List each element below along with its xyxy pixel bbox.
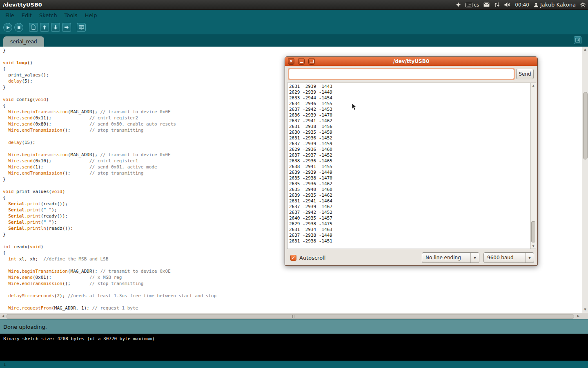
chevron-down-icon[interactable] (525, 253, 534, 263)
line-ending-dropdown[interactable]: No line ending (422, 252, 479, 263)
serial-monitor-controls: Autoscroll No line ending 9600 baud (285, 249, 537, 266)
serial-output-line: 2630 -2935 -1459 (289, 130, 332, 135)
new-sketch-button[interactable] (29, 23, 38, 32)
editor-hscroll-thumb[interactable] (7, 314, 574, 319)
notifications-icon[interactable] (456, 2, 461, 7)
maximize-button[interactable] (308, 58, 315, 65)
code-line: Wire.send(0x01); // x MSB reg (3, 274, 216, 280)
tab-menu-icon (575, 36, 580, 44)
code-line: Wire.send(1); // send 0x01, active mode (3, 164, 216, 170)
keyboard-icon (466, 2, 472, 7)
stop-icon (17, 24, 21, 31)
code-line (3, 90, 216, 96)
mail-icon[interactable] (483, 2, 490, 7)
line-ending-value: No line ending (422, 255, 470, 260)
clock-label: 00:40 (515, 2, 529, 8)
autoscroll-checkbox[interactable] (290, 255, 296, 261)
code-line: } (3, 176, 216, 182)
menu-item-help[interactable]: Help (81, 11, 101, 20)
keyboard-layout-indicator[interactable]: cs (466, 2, 479, 8)
scroll-down-arrow-icon[interactable] (531, 244, 536, 249)
code-line: Wire.beginTransmission(MAG_ADDR); // tra… (3, 109, 216, 115)
current-line-number: 1 (3, 362, 6, 367)
open-button[interactable] (40, 23, 49, 32)
serial-output-line: 2629 -2939 -1449 (289, 90, 332, 95)
serial-output-line: 2637 -2939 -1459 (289, 141, 332, 147)
scroll-down-arrow-icon[interactable] (582, 307, 588, 312)
serial-output-line: 2637 -2942 -1453 (289, 107, 332, 112)
code-line: Serial.print(ready()); (3, 213, 216, 219)
close-button[interactable]: × (288, 58, 294, 65)
code-line (3, 133, 216, 139)
serial-output-line: 2635 -2938 -1470 (289, 175, 332, 181)
mail-icon (483, 2, 490, 7)
code-line: { (3, 250, 216, 256)
save-button[interactable] (51, 23, 60, 32)
serial-output-scrollbar[interactable] (530, 83, 536, 249)
code-line: { (3, 103, 216, 109)
network-sync-icon[interactable] (494, 2, 500, 7)
panel-indicators: cs00:40Jakub Kakona (456, 2, 586, 8)
session-menu-icon[interactable] (580, 2, 586, 7)
serial-output-line: 2631 -2934 -1463 (289, 227, 332, 233)
scroll-right-arrow-icon[interactable] (575, 313, 581, 319)
serial-monitor-button[interactable] (77, 23, 86, 32)
minimize-button[interactable] (298, 58, 305, 65)
code-line: Wire.requestFrom(MAG_ADDR, 1); // reques… (3, 305, 216, 311)
menu-item-file[interactable]: File (2, 11, 18, 20)
serial-output-text: 2631 -2939 -14432629 -2939 -14492633 -29… (289, 84, 332, 244)
code-line: Wire.endTransmission(); // stop transmit… (3, 127, 216, 133)
code-line: Wire.endTransmission(); // stop transmit… (3, 170, 216, 176)
serial-output-line: 2635 -2940 -1460 (289, 187, 332, 193)
user-menu[interactable]: Jakub Kakona (534, 2, 576, 8)
menubar: FileEditSketchToolsHelp (0, 10, 588, 20)
mouse-cursor (352, 103, 357, 113)
code-line: int readx(void) (3, 244, 216, 250)
serial-output-area[interactable]: 2631 -2939 -14432629 -2939 -14492633 -29… (287, 83, 536, 249)
tab-serial-read[interactable]: serial_read (3, 36, 44, 47)
menu-item-edit[interactable]: Edit (18, 11, 36, 20)
serial-output-line: 2637 -2939 -1467 (289, 204, 332, 210)
person-icon (534, 2, 539, 7)
maximize-icon (310, 60, 314, 63)
code-line: Wire.beginTransmission(MAG_ADDR); // tra… (3, 268, 216, 274)
stop-button[interactable] (14, 23, 23, 32)
toolbar (0, 20, 588, 34)
serial-output-line: 2639 -2935 -1462 (289, 193, 332, 198)
autoscroll-label: Autoscroll (299, 255, 325, 261)
serial-send-input[interactable] (289, 69, 514, 79)
scroll-left-arrow-icon[interactable] (0, 313, 6, 319)
menu-item-sketch[interactable]: Sketch (36, 11, 61, 20)
baud-rate-dropdown[interactable]: 9600 baud (483, 252, 534, 263)
clock[interactable]: 00:40 (515, 2, 529, 8)
code-line: Wire.endTransmission(); // stop transmit… (3, 280, 216, 287)
volume-icon[interactable] (504, 2, 510, 7)
window-controls: × (288, 58, 315, 65)
editor-vscroll-thumb[interactable] (583, 92, 588, 159)
play-icon (6, 24, 10, 31)
serial-output-line: 2631 -2939 -1443 (289, 84, 332, 90)
chevron-down-icon[interactable] (470, 253, 479, 263)
upload-button[interactable] (62, 23, 71, 32)
menu-item-tools[interactable]: Tools (61, 11, 81, 20)
arrow-right-icon (64, 24, 69, 31)
scroll-up-arrow-icon[interactable] (531, 83, 536, 88)
serial-output-line: 2631 -2936 -1452 (289, 135, 332, 141)
tab-menu-button[interactable] (574, 36, 581, 44)
code-line: { (3, 66, 216, 72)
send-button[interactable]: Send (516, 69, 534, 79)
code-line: Serial.print(readx()); (3, 201, 216, 207)
sync-icon (494, 2, 500, 7)
serial-monitor-titlebar[interactable]: × /dev/ttyUSB0 (285, 57, 537, 66)
editor-horizontal-scrollbar[interactable] (0, 313, 588, 319)
serial-scroll-thumb[interactable] (531, 221, 535, 242)
code-line (3, 262, 216, 268)
code-line: } (3, 47, 216, 54)
serial-output-line: 2637 -2941 -1462 (289, 118, 332, 124)
editor-vertical-scrollbar[interactable] (582, 47, 588, 313)
scroll-up-arrow-icon[interactable] (582, 47, 588, 52)
verify-button[interactable] (3, 23, 12, 32)
tab-label: serial_read (10, 39, 37, 45)
serial-output-line: 2631 -2941 -1464 (289, 198, 332, 204)
code-line: int xl, xh; //define the MSB and LSB (3, 256, 216, 262)
